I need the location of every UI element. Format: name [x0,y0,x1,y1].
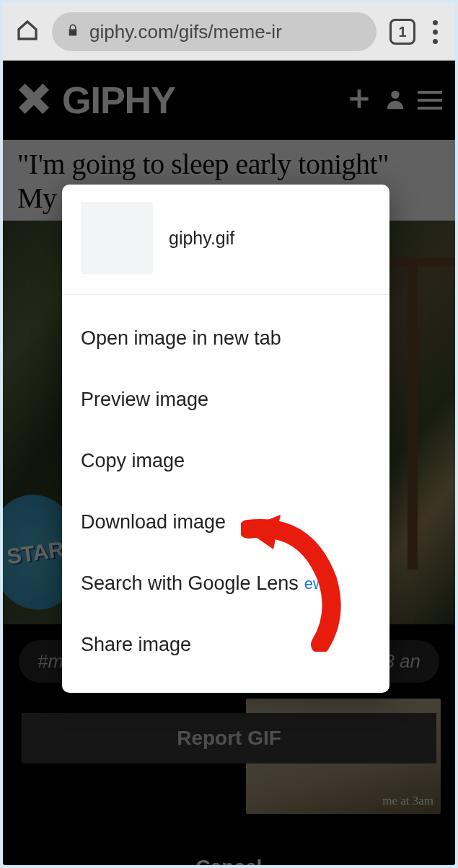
tab-switcher[interactable]: 1 [389,19,415,45]
user-icon[interactable] [383,87,408,114]
context-menu-google-lens[interactable]: Search with Google Lens ew [62,553,389,614]
context-menu-copy[interactable]: Copy image [62,430,389,492]
context-menu: giphy.gif Open image in new tab Preview … [62,185,389,693]
browser-toolbar: giphy.com/gifs/meme-ir 1 [3,3,455,61]
context-menu-label: Search with Google Lens [81,572,299,595]
url-text: giphy.com/gifs/meme-ir [89,21,282,43]
context-menu-preview[interactable]: Preview image [62,369,389,430]
thumb-caption: me at 3am [382,794,433,808]
context-menu-filename: giphy.gif [169,228,234,249]
cancel-button[interactable]: Cancel [3,841,455,865]
plus-icon[interactable] [345,85,373,115]
hamburger-icon[interactable] [418,91,442,110]
new-badge: ew [304,575,325,593]
lock-icon [66,22,79,41]
url-bar[interactable]: giphy.com/gifs/meme-ir [52,12,376,51]
giphy-logo[interactable]: GIPHY [62,79,175,122]
home-icon[interactable] [16,19,39,45]
context-menu-download[interactable]: Download image [62,492,389,553]
context-menu-open-new-tab[interactable]: Open image in new tab [62,308,389,369]
giphy-header: GIPHY [3,61,455,140]
tab-count: 1 [398,24,406,40]
kebab-menu-icon[interactable] [428,20,442,44]
close-icon[interactable] [16,81,52,120]
svg-point-0 [391,91,399,99]
caption-line1: "I'm going to sleep early tonight" [17,148,389,180]
context-menu-thumb [81,202,153,274]
report-button[interactable]: Report GIF [22,713,436,763]
caption-line2: My [17,182,57,214]
context-menu-share[interactable]: Share image [62,614,389,676]
